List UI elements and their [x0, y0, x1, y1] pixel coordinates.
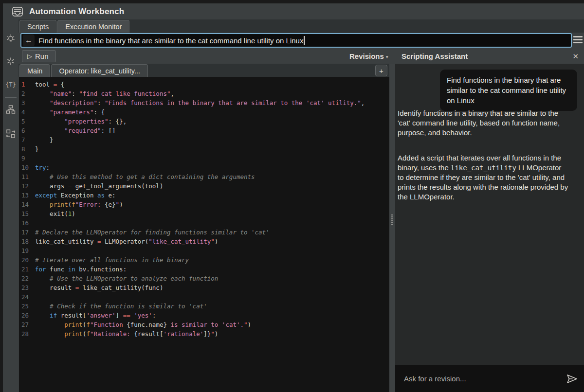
prompt-row: ← Find functions in the binary that are … — [18, 33, 584, 49]
assistant-panel-title: Scripting Assistant — [402, 49, 468, 64]
prompt-input[interactable]: ← Find functions in the binary that are … — [20, 33, 572, 48]
code-line: 2 "name": "find_cat_like_functions", — [19, 89, 389, 98]
code-line: 28 print(f"Rationale: {result['rationale… — [19, 329, 389, 339]
revisions-dropdown[interactable]: Revisions ▾ — [346, 49, 392, 64]
tab-main-script[interactable]: Main — [19, 64, 50, 77]
panel-splitter[interactable] — [389, 64, 395, 392]
code-line: 22 # Use the LLMOperator to analyze each… — [19, 274, 389, 283]
code-lines: 1tool = {2 "name": "find_cat_like_functi… — [19, 77, 389, 339]
revision-input[interactable]: Ask for a revision... — [395, 365, 584, 392]
menu-icon[interactable] — [573, 36, 583, 43]
line-number: 27 — [19, 320, 32, 329]
tab-scripts[interactable]: Scripts — [19, 20, 56, 33]
line-number: 3 — [19, 98, 32, 107]
line-number: 11 — [19, 172, 32, 181]
title-bar: Automation Workbench — [3, 3, 584, 19]
line-number: 28 — [19, 329, 32, 339]
code-line: 23 result = like_cat_utility(func) — [19, 283, 389, 292]
line-number: 25 — [19, 302, 32, 311]
scripting-assistant-panel: Find functions in the binary that are si… — [395, 64, 584, 392]
tab-operator-like-cat-utility[interactable]: Operator: like_cat_utility... — [51, 64, 148, 77]
code-line: 8} — [19, 144, 389, 154]
automation-workbench-window: Automation Workbench {T} — [0, 0, 584, 392]
back-arrow-icon[interactable]: ← — [23, 35, 35, 46]
line-number: 15 — [19, 209, 32, 218]
code-line: 12 args = get_tool_arguments(tool) — [19, 181, 389, 191]
code-line: 3 "description": "Finds functions in the… — [19, 98, 389, 107]
line-number: 24 — [19, 292, 32, 302]
line-number: 9 — [19, 154, 32, 163]
code-line: 26 if result['answer'] == 'yes': — [19, 311, 389, 320]
code-line: 5 "properties": {}, — [19, 117, 389, 126]
spark-icon[interactable] — [5, 55, 17, 67]
line-number: 18 — [19, 237, 32, 246]
template-icon[interactable]: {T} — [5, 79, 17, 90]
code-line: 6 "required": [] — [19, 126, 389, 135]
add-tab-button[interactable]: + — [375, 65, 387, 76]
close-icon[interactable]: ✕ — [570, 49, 581, 64]
code-line: 10try: — [19, 163, 389, 172]
code-line: 1tool = { — [19, 80, 389, 89]
code-line: 13except Exception as e: — [19, 191, 389, 200]
line-number: 12 — [19, 181, 32, 191]
line-number: 8 — [19, 144, 32, 154]
code-line: 20# Iterate over all functions in the bi… — [19, 255, 389, 265]
editor-tab-bar: Main Operator: like_cat_utility... + — [18, 64, 389, 77]
revision-input-placeholder: Ask for a revision... — [404, 374, 466, 383]
user-message-bubble: Find functions in the binary that are si… — [440, 70, 577, 111]
line-number: 19 — [19, 246, 32, 255]
inline-code: like_cat_utility — [451, 164, 516, 172]
assistant-reply-paragraph: Identify functions in a binary that are … — [398, 108, 569, 138]
code-line: 18like_cat_utility = LLMOperator("like_c… — [19, 237, 389, 246]
prompt-text: Find functions in the binary that are si… — [38, 36, 303, 45]
code-line: 16 — [19, 218, 389, 228]
hierarchy-icon[interactable] — [5, 104, 17, 115]
main-tab-bar: Scripts Execution Monitor — [18, 19, 584, 33]
send-icon[interactable] — [565, 372, 579, 386]
transform-icon[interactable] — [5, 128, 17, 140]
play-icon: ▷ — [27, 53, 32, 60]
line-number: 7 — [19, 135, 32, 144]
code-line: 21for func in bv.functions: — [19, 265, 389, 274]
line-number: 1 — [19, 80, 32, 89]
line-number: 20 — [19, 255, 32, 265]
window-edge-left — [0, 0, 3, 392]
chevron-down-icon: ▾ — [386, 54, 388, 59]
code-line: 25 # Check if the function is similar to… — [19, 302, 389, 311]
line-number: 17 — [19, 228, 32, 237]
code-line: 7 } — [19, 135, 389, 144]
code-editor[interactable]: 1tool = {2 "name": "find_cat_like_functi… — [18, 77, 389, 392]
line-number: 10 — [19, 163, 32, 172]
code-line: 24 — [19, 292, 389, 302]
line-number: 23 — [19, 283, 32, 292]
app-logo-icon — [12, 6, 23, 17]
line-number: 21 — [19, 265, 32, 274]
lightbulb-icon[interactable] — [5, 33, 17, 45]
page-title: Automation Workbench — [29, 7, 124, 17]
splitter-handle-icon — [391, 214, 393, 225]
line-number: 2 — [19, 89, 32, 98]
line-number: 26 — [19, 311, 32, 320]
sidebar-divider — [5, 97, 17, 98]
line-number: 14 — [19, 200, 32, 209]
code-line: 19 — [19, 246, 389, 255]
line-number: 22 — [19, 274, 32, 283]
assistant-reply-paragraph: Added a script that iterates over all fu… — [398, 153, 569, 202]
toolbar: ▷ Run Revisions ▾ Scripting Assistant ✕ — [18, 49, 584, 64]
run-button[interactable]: ▷ Run — [22, 50, 56, 62]
line-number: 16 — [19, 218, 32, 228]
code-line: 15 exit(1) — [19, 209, 389, 218]
line-number: 5 — [19, 117, 32, 126]
sidebar: {T} — [3, 19, 18, 392]
code-line: 17# Declare the LLMOperator for finding … — [19, 228, 389, 237]
text-caret — [304, 36, 305, 45]
line-number: 4 — [19, 107, 32, 117]
code-line: 27 print(f"Function {func.name} is simil… — [19, 320, 389, 329]
line-number: 6 — [19, 126, 32, 135]
code-line: 14 print(f"Error: {e}") — [19, 200, 389, 209]
code-line: 11 # Use this method to get a dict conta… — [19, 172, 389, 181]
line-number: 13 — [19, 191, 32, 200]
tab-execution-monitor[interactable]: Execution Monitor — [57, 20, 129, 33]
code-line: 9 — [19, 154, 389, 163]
code-line: 4 "parameters": { — [19, 107, 389, 117]
